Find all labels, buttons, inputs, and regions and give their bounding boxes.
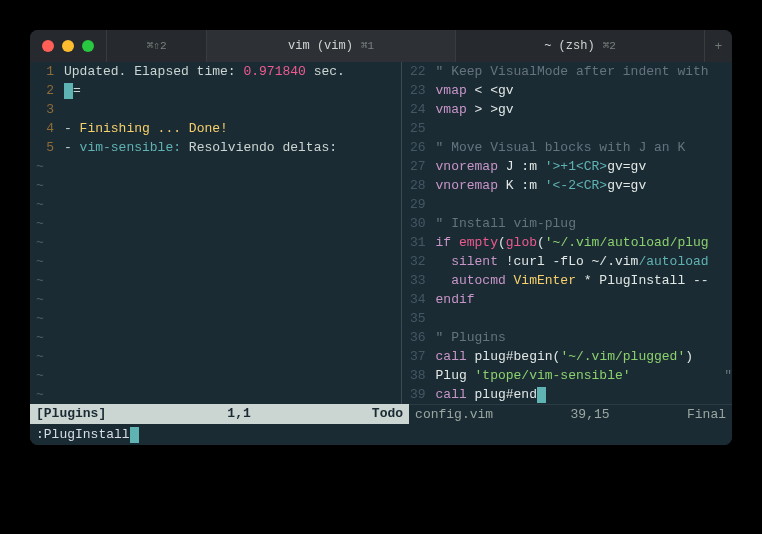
line-content: silent !curl -fLo ~/.vim/autoload: [436, 252, 709, 271]
line-number: 30: [402, 214, 436, 233]
empty-line: ~: [30, 271, 401, 290]
line-number: 26: [402, 138, 436, 157]
line-content: vnoremap K :m '<-2<CR>gv=gv: [436, 176, 647, 195]
status-right: config.vim 39,15 Final: [409, 404, 732, 424]
line-content: " Keep VisualMode after indent with: [436, 62, 709, 81]
line-number: 39: [402, 385, 436, 404]
line-number: 1: [30, 62, 64, 81]
code-line: 35: [402, 309, 732, 328]
tilde-icon: ~: [30, 328, 64, 347]
empty-line: ~: [30, 366, 401, 385]
empty-line: ~: [30, 195, 401, 214]
tab-zsh[interactable]: ~ (zsh) ⌘2: [455, 30, 704, 62]
empty-line: ~: [30, 252, 401, 271]
pane-config[interactable]: 22" Keep VisualMode after indent with23v…: [402, 62, 732, 404]
plus-icon: +: [715, 37, 723, 56]
line-number: 36: [402, 328, 436, 347]
empty-line: ~: [30, 214, 401, 233]
tab-vim[interactable]: vim (vim) ⌘1: [206, 30, 455, 62]
minimize-icon[interactable]: [62, 40, 74, 52]
line-content: call plug#end: [436, 385, 546, 404]
line-number: 28: [402, 176, 436, 195]
line-content: " Plugins: [436, 328, 506, 347]
code-line: 27vnoremap J :m '>+1<CR>gv=gv: [402, 157, 732, 176]
status-position: 39,15: [571, 405, 610, 424]
code-line: 32 silent !curl -fLo ~/.vim/autoload: [402, 252, 732, 271]
cursor-icon: [64, 83, 73, 99]
line-content: vmap < <gv: [436, 81, 514, 100]
line-number: 38: [402, 366, 436, 385]
line-number: 4: [30, 119, 64, 138]
tab-hotkey: ⌘⇧2: [147, 37, 167, 56]
tilde-icon: ~: [30, 214, 64, 233]
status-filename: [Plugins]: [36, 404, 106, 424]
tilde-icon: ~: [30, 233, 64, 252]
code-line: 5- vim-sensible: Resolviendo deltas:: [30, 138, 401, 157]
line-content: autocmd VimEnter * PlugInstall --: [436, 271, 709, 290]
line-content: =: [64, 81, 81, 100]
tilde-icon: ~: [30, 366, 64, 385]
code-line: 30" Install vim-plug: [402, 214, 732, 233]
line-number: 2: [30, 81, 64, 100]
line-content: Plug 'tpope/vim-sensible' ": [436, 366, 732, 385]
status-scroll: Todo: [372, 404, 403, 424]
traffic-lights: [30, 40, 106, 52]
tilde-icon: ~: [30, 347, 64, 366]
line-content: " Move Visual blocks with J an K: [436, 138, 686, 157]
terminal-window: ⌘⇧2 vim (vim) ⌘1 ~ (zsh) ⌘2 + 1Updated. …: [30, 30, 732, 445]
tilde-icon: ~: [30, 195, 64, 214]
tab-hotkey: ⌘2: [603, 37, 616, 56]
code-line: 36" Plugins: [402, 328, 732, 347]
empty-line: ~: [30, 176, 401, 195]
tilde-icon: ~: [30, 271, 64, 290]
line-content: if empty(glob('~/.vim/autoload/plug: [436, 233, 709, 252]
line-number: 25: [402, 119, 436, 138]
line-content: call plug#begin('~/.vim/plugged'): [436, 347, 693, 366]
line-number: 33: [402, 271, 436, 290]
line-content: - Finishing ... Done!: [64, 119, 228, 138]
tab-hotkey-hint[interactable]: ⌘⇧2: [106, 30, 206, 62]
new-tab-button[interactable]: +: [704, 30, 732, 62]
line-number: 37: [402, 347, 436, 366]
code-line: 2=: [30, 81, 401, 100]
tab-bar: ⌘⇧2 vim (vim) ⌘1 ~ (zsh) ⌘2 +: [106, 30, 732, 62]
maximize-icon[interactable]: [82, 40, 94, 52]
cursor-icon: [130, 427, 139, 443]
tab-label: ~ (zsh): [544, 37, 594, 56]
command-text: :PlugInstall: [36, 427, 130, 442]
code-line: 34endif: [402, 290, 732, 309]
line-content: endif: [436, 290, 475, 309]
code-line: 1Updated. Elapsed time: 0.971840 sec.: [30, 62, 401, 81]
tab-hotkey: ⌘1: [361, 37, 374, 56]
code-line: 31if empty(glob('~/.vim/autoload/plug: [402, 233, 732, 252]
command-line[interactable]: :PlugInstall: [30, 424, 732, 445]
code-line: 26" Move Visual blocks with J an K: [402, 138, 732, 157]
tilde-icon: ~: [30, 252, 64, 271]
line-number: 31: [402, 233, 436, 252]
code-line: 23vmap < <gv: [402, 81, 732, 100]
cursor-icon: [537, 387, 546, 403]
line-number: 29: [402, 195, 436, 214]
line-number: 3: [30, 100, 64, 119]
empty-line: ~: [30, 385, 401, 404]
line-number: 35: [402, 309, 436, 328]
tilde-icon: ~: [30, 290, 64, 309]
empty-line: ~: [30, 157, 401, 176]
empty-line: ~: [30, 328, 401, 347]
tab-label: vim (vim): [288, 37, 353, 56]
editor-panes: 1Updated. Elapsed time: 0.971840 sec.2=3…: [30, 62, 732, 404]
line-content: " Install vim-plug: [436, 214, 576, 233]
status-filename: config.vim: [415, 405, 493, 424]
code-line: 33 autocmd VimEnter * PlugInstall --: [402, 271, 732, 290]
close-icon[interactable]: [42, 40, 54, 52]
status-scroll: Final: [687, 405, 726, 424]
line-number: 32: [402, 252, 436, 271]
titlebar: ⌘⇧2 vim (vim) ⌘1 ~ (zsh) ⌘2 +: [30, 30, 732, 62]
code-line: 3: [30, 100, 401, 119]
tilde-icon: ~: [30, 157, 64, 176]
code-line: 37call plug#begin('~/.vim/plugged'): [402, 347, 732, 366]
pane-plugins[interactable]: 1Updated. Elapsed time: 0.971840 sec.2=3…: [30, 62, 401, 404]
line-number: 24: [402, 100, 436, 119]
code-line: 39call plug#end: [402, 385, 732, 404]
code-line: 22" Keep VisualMode after indent with: [402, 62, 732, 81]
